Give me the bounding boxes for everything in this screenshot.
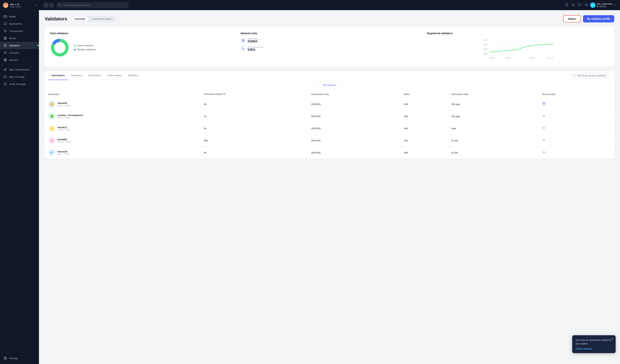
topbar-profile[interactable]: L lisk_mainchain Testnet ▾ [590, 2, 616, 8]
generator-round-state[interactable] [539, 122, 614, 134]
generator-address: lskbo8...c7x2b [57, 141, 71, 143]
generator-commission: 100.00% [308, 110, 400, 122]
refresh-label: Refresh [327, 84, 336, 87]
svg-text:1070: 1070 [483, 39, 487, 41]
bell-icon[interactable] [585, 3, 588, 7]
generator-round-state[interactable] [539, 134, 614, 147]
forward-button[interactable]: › [49, 2, 54, 8]
col-weight[interactable]: Generator weight ⓘ [200, 90, 308, 98]
sidebar-item-network[interactable]: Network [0, 56, 39, 63]
round-state-icon[interactable] [542, 127, 545, 130]
network-icon [4, 58, 7, 61]
sidebar-nav: Wallet Applications Transactions Blocks … [0, 11, 39, 352]
toast-close-button[interactable]: ✕ [611, 337, 613, 340]
generator-cell: 🌿 creamy_consequence lskdeb...obppt [45, 110, 200, 122]
col-rank: Rank [400, 90, 448, 98]
col-commission[interactable]: Commission (%) [308, 90, 400, 98]
app-logo: L [3, 2, 8, 8]
sidebar-item-sign-message[interactable]: Sign message [0, 73, 39, 80]
generator-commission: 100.00% [308, 98, 400, 110]
generator-round-state[interactable] [539, 98, 614, 110]
generator-tabs-bar: Generators Validators Sanctioned Latest … [45, 71, 614, 80]
generator-avatar: 🌿 [48, 113, 55, 120]
moon-icon[interactable] [572, 3, 575, 7]
svg-text:2023-12: 2023-12 [506, 57, 512, 59]
generator-rank: #22 [400, 134, 448, 147]
table-head: Generator Generator weight ⓘ Commission … [45, 90, 614, 98]
svg-text:1055: 1055 [483, 53, 487, 55]
verify-message-icon [4, 82, 7, 86]
svg-rect-12 [242, 40, 243, 40]
sidebar-item-applications[interactable]: Applications [0, 20, 39, 27]
generator-name: shuse22 [57, 102, 71, 104]
generator-generation-time: in 20s [448, 147, 539, 159]
sidebar-item-wallet[interactable]: Wallet [0, 13, 39, 20]
stakes-button[interactable]: Stakes [563, 15, 581, 22]
tab-sanctioned[interactable]: Sanctioned [85, 71, 104, 80]
generator-info: creamy_consequence lskdeb...obppt [57, 114, 83, 119]
stakes-notification-dot [579, 15, 581, 17]
generator-search-input[interactable] [571, 73, 611, 78]
toast-claim-link[interactable]: Claim rewards [576, 347, 592, 350]
generator-rank: #34 [400, 98, 448, 110]
topbar-navigation: ‹ › [43, 2, 54, 8]
legend-standby: Standby validators [74, 48, 96, 51]
content-area: Validators Overview Generation details S… [39, 10, 620, 364]
generator-round-state[interactable] [539, 110, 614, 122]
round-state-icon[interactable] [542, 103, 545, 106]
sidebar-item-sign-multisig[interactable]: Sign multisignature [0, 66, 39, 73]
refresh-button[interactable]: Refresh [319, 82, 340, 88]
sidebar-item-verify-message[interactable]: Verify message [0, 80, 39, 87]
generator-section: Generators Validators Sanctioned Latest … [45, 71, 614, 159]
generator-avatar: 🌸 [48, 137, 55, 144]
sidebar-settings-label: Settings [9, 357, 18, 360]
generator-round-state[interactable] [539, 147, 614, 159]
generator-avatar: 💎 [48, 149, 55, 156]
generator-cell: 🌸 tschakki lskbo8...c7x2b [45, 134, 200, 147]
generator-rank: #83 [400, 110, 448, 122]
generator-info: tschakki lskbo8...c7x2b [57, 138, 71, 143]
back-button[interactable]: ‹ [43, 2, 48, 8]
legend-active: Active validators [74, 44, 96, 47]
col-generation-time[interactable]: Generation time [448, 90, 539, 98]
sidebar-item-blocks[interactable]: Blocks [0, 35, 39, 42]
sidebar-item-accounts[interactable]: Accounts [0, 49, 39, 56]
validator-profile-button[interactable]: My validator profile [583, 15, 614, 22]
network-label: Testnet [599, 5, 606, 8]
sidebar-item-transactions[interactable]: Transactions [0, 27, 39, 35]
svg-text:2023-11: 2023-11 [529, 57, 535, 59]
tab-latest-stakes[interactable]: Latest stakes [104, 71, 125, 80]
sign-multisig-icon [4, 68, 7, 71]
round-state-icon[interactable] [542, 151, 545, 154]
sidebar-item-blocks-label: Blocks [9, 37, 16, 40]
tab-watched[interactable]: Watched [125, 71, 141, 80]
sidebar-item-validators[interactable]: Validators [0, 42, 39, 49]
tab-generation-details[interactable]: Generation details [89, 16, 115, 21]
generators-table-wrap: Refresh Generator Generator weight ⓘ Com… [45, 80, 614, 159]
generator-weight: 3k [200, 122, 308, 134]
generator-cell: 🌟 shuse11 lskf7w...7mokr [45, 122, 200, 134]
round-state-icon[interactable] [542, 139, 545, 142]
tab-generators[interactable]: Generators [48, 71, 68, 80]
sidebar-item-settings[interactable]: Settings [0, 355, 39, 362]
table-row: 🌸 tschakki lskbo8...c7x2b 56k 100.00% #2… [45, 134, 614, 147]
messages-icon[interactable] [578, 3, 581, 7]
network-status-dot [597, 6, 598, 7]
profile-chevron-icon: ▾ [615, 4, 616, 6]
tab-validators[interactable]: Validators [68, 71, 85, 80]
transactions-stat-icon [241, 46, 246, 51]
search-input[interactable] [56, 2, 129, 8]
sidebar-account-info: eni...r_2 lsk2jj...5f422 [10, 3, 33, 8]
applications-icon [4, 22, 7, 25]
total-blocks-label: Total blocks [248, 38, 258, 40]
generator-cell: 🪙 shuse22 lsksya...hd8ab [45, 98, 200, 110]
donut-chart [50, 38, 70, 58]
legend-standby-label: Standby validators [77, 48, 96, 51]
account-chevron-icon[interactable]: ▾ [35, 4, 36, 7]
sidebar-item-verify-message-label: Verify message [9, 83, 26, 86]
tabs-search [571, 73, 611, 78]
round-state-icon[interactable] [542, 115, 545, 118]
bookmark-icon[interactable] [565, 3, 568, 7]
tab-overview[interactable]: Overview [71, 16, 88, 21]
sidebar-bottom: Settings [0, 352, 39, 364]
